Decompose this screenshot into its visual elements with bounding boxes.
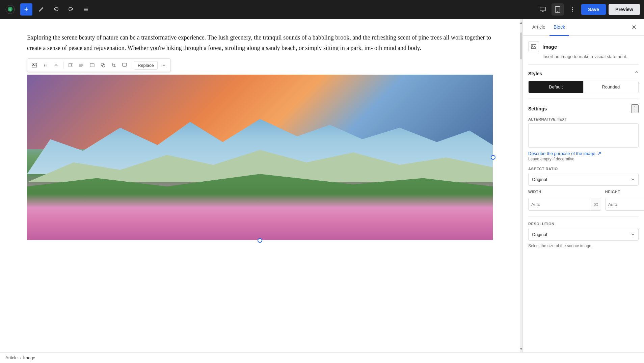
style-default-button[interactable]: Default bbox=[529, 81, 584, 93]
resolution-field: RESOLUTION Original Thumbnail Medium Lar… bbox=[528, 222, 639, 248]
editor-scrollbar[interactable]: ▲ ▼ bbox=[520, 19, 522, 352]
resolution-select[interactable]: Original Thumbnail Medium Large Full bbox=[528, 228, 639, 241]
save-button[interactable]: Save bbox=[581, 4, 606, 15]
width-field: WIDTH px bbox=[528, 190, 601, 211]
list-view-button[interactable] bbox=[80, 3, 92, 16]
app-logo[interactable] bbox=[4, 3, 16, 16]
desktop-view-button[interactable] bbox=[537, 3, 549, 16]
preview-button[interactable]: Preview bbox=[609, 4, 640, 15]
alt-text-field: ALTERNATIVE TEXT Describe the purpose of… bbox=[528, 117, 639, 161]
height-input[interactable] bbox=[606, 198, 644, 210]
right-panel: Article Block ✕ Image Insert an image to… bbox=[522, 19, 644, 352]
tab-block[interactable]: Block bbox=[549, 19, 569, 36]
width-label: WIDTH bbox=[528, 190, 601, 194]
svg-rect-34 bbox=[531, 45, 536, 49]
svg-point-33 bbox=[164, 65, 165, 66]
svg-marker-20 bbox=[69, 63, 72, 67]
replace-button[interactable]: Replace bbox=[134, 61, 158, 70]
image-block: Replace bbox=[27, 58, 493, 241]
more-options-button[interactable] bbox=[566, 3, 579, 16]
image-flowers bbox=[27, 194, 493, 240]
breadcrumb-article[interactable]: Article bbox=[5, 355, 18, 360]
divider-3 bbox=[528, 216, 639, 216]
resize-handle-right[interactable] bbox=[491, 155, 495, 160]
width-unit: px bbox=[591, 198, 601, 210]
toolbar-separator-2 bbox=[132, 62, 132, 69]
alt-text-label: ALTERNATIVE TEXT bbox=[528, 117, 639, 121]
undo-button[interactable] bbox=[50, 3, 62, 16]
toolbar-separator-1 bbox=[63, 62, 63, 69]
aspect-ratio-label: ASPECT RATIO bbox=[528, 167, 639, 171]
resize-handle-bottom[interactable] bbox=[258, 238, 262, 243]
scroll-thumb[interactable] bbox=[520, 32, 522, 59]
styles-toggle[interactable]: ⌃ bbox=[634, 70, 639, 77]
resolution-label: RESOLUTION bbox=[528, 222, 639, 226]
svg-point-17 bbox=[46, 64, 47, 64]
block-header: Image bbox=[528, 41, 639, 52]
settings-more-button[interactable]: ⋮ bbox=[631, 104, 639, 113]
width-input-wrap: px bbox=[528, 198, 601, 211]
panel-tabs: Article Block ✕ bbox=[523, 19, 644, 36]
move-up-button[interactable] bbox=[51, 60, 61, 70]
bottom-bar: Article › Image bbox=[0, 352, 644, 363]
svg-point-18 bbox=[46, 65, 47, 66]
alt-text-link[interactable]: Describe the purpose of the image. bbox=[528, 151, 601, 156]
panel-close-button[interactable]: ✕ bbox=[629, 23, 639, 32]
styles-title: Styles bbox=[528, 71, 542, 76]
add-block-button[interactable]: + bbox=[20, 3, 32, 16]
svg-point-19 bbox=[46, 67, 47, 67]
flag-icon-button[interactable] bbox=[65, 60, 76, 70]
block-description: Insert an image to make a visual stateme… bbox=[528, 54, 639, 59]
svg-point-35 bbox=[532, 46, 533, 47]
editor-area[interactable]: Exploring the serene beauty of nature ca… bbox=[0, 19, 520, 352]
dimensions-row: WIDTH px HEIGHT px bbox=[528, 190, 639, 211]
divider-1 bbox=[528, 64, 639, 65]
svg-point-15 bbox=[44, 65, 45, 66]
image-container[interactable] bbox=[27, 75, 493, 240]
aspect-ratio-select[interactable]: Original 1:1 4:3 16:9 3:2 bbox=[528, 173, 639, 186]
edit-icon-button[interactable] bbox=[35, 3, 47, 16]
block-title: Image bbox=[542, 44, 557, 50]
svg-point-16 bbox=[44, 67, 45, 67]
svg-rect-4 bbox=[540, 7, 545, 11]
settings-title: Settings bbox=[528, 106, 547, 111]
link-button[interactable] bbox=[98, 60, 108, 70]
caption-button[interactable] bbox=[119, 60, 130, 70]
height-field: HEIGHT px bbox=[605, 190, 644, 211]
image-visual bbox=[27, 75, 493, 240]
styles-header: Styles ⌃ bbox=[528, 70, 639, 77]
svg-rect-12 bbox=[32, 63, 37, 67]
align-button[interactable] bbox=[76, 60, 86, 70]
crop-button[interactable] bbox=[109, 60, 119, 70]
block-icon bbox=[528, 41, 539, 52]
main-layout: Exploring the serene beauty of nature ca… bbox=[0, 19, 644, 352]
scroll-down-arrow[interactable]: ▼ bbox=[520, 345, 522, 352]
svg-point-32 bbox=[163, 65, 164, 66]
more-toolbar-button[interactable] bbox=[158, 60, 168, 70]
drag-handle-button[interactable] bbox=[40, 60, 50, 70]
redo-button[interactable] bbox=[65, 3, 77, 16]
height-label: HEIGHT bbox=[605, 190, 644, 194]
panel-content: Image Insert an image to make a visual s… bbox=[523, 36, 644, 352]
svg-rect-24 bbox=[90, 63, 94, 67]
svg-point-14 bbox=[44, 64, 45, 64]
svg-point-9 bbox=[572, 7, 573, 8]
svg-rect-29 bbox=[123, 63, 127, 66]
alt-text-input[interactable] bbox=[528, 123, 639, 148]
size-button[interactable] bbox=[87, 60, 97, 70]
divider-2 bbox=[528, 99, 639, 99]
style-rounded-button[interactable]: Rounded bbox=[584, 81, 639, 93]
settings-header: Settings ⋮ bbox=[528, 104, 639, 113]
image-toolbar: Replace bbox=[27, 58, 171, 72]
tab-article[interactable]: Article bbox=[528, 19, 549, 36]
width-input[interactable] bbox=[529, 198, 591, 210]
topbar: + bbox=[0, 0, 644, 19]
image-icon-button[interactable] bbox=[29, 60, 39, 70]
svg-point-10 bbox=[572, 9, 573, 10]
tablet-view-button[interactable] bbox=[552, 3, 564, 16]
breadcrumb-separator: › bbox=[20, 355, 21, 360]
scroll-track[interactable] bbox=[520, 26, 522, 345]
editor-text: Exploring the serene beauty of nature ca… bbox=[27, 32, 493, 53]
scroll-up-arrow[interactable]: ▲ bbox=[520, 19, 522, 26]
height-input-wrap: px bbox=[605, 198, 644, 211]
